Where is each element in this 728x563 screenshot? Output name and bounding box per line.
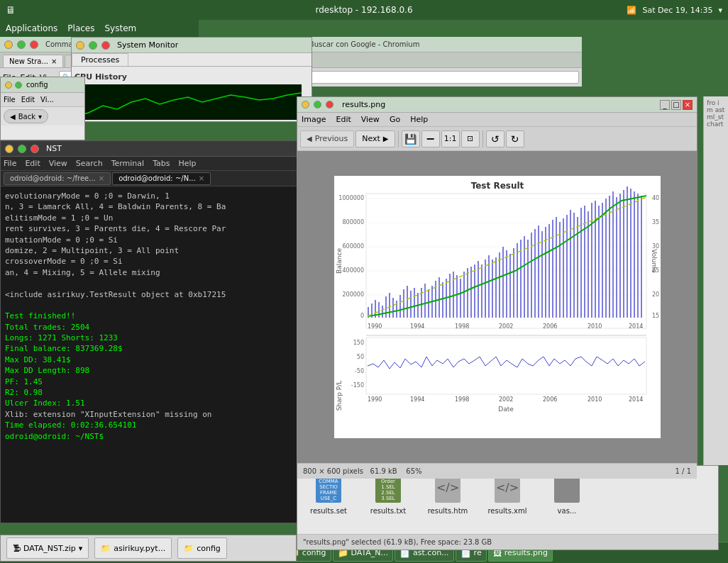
browser-close-btn[interactable] — [30, 40, 38, 49]
svg-text:</>: </> — [436, 481, 459, 494]
menu-applications[interactable]: Applications — [6, 23, 57, 33]
svg-rect-139 — [554, 474, 580, 503]
iv-rotate-left-icon: ↺ — [491, 133, 500, 145]
svg-rect-90 — [609, 196, 610, 318]
svg-rect-87 — [598, 206, 600, 318]
terminal-minimize-btn[interactable] — [5, 145, 13, 153]
terminal-tab-1-close-icon[interactable]: × — [99, 174, 104, 182]
svg-rect-46 — [453, 272, 454, 318]
back-button[interactable]: ◀ Back ▾ — [4, 109, 48, 123]
terminal-menu-tabs[interactable]: Tabs — [153, 159, 170, 168]
terminal-close-btn[interactable] — [31, 145, 39, 153]
svg-rect-38 — [424, 284, 426, 318]
svg-rect-66 — [524, 236, 525, 318]
iv-zoom-out-btn[interactable]: − — [421, 130, 440, 147]
svg-rect-94 — [623, 190, 624, 318]
config-menu-edit[interactable]: Edit — [21, 96, 35, 104]
sysmon-window: System Monitor Processes CPU History — [71, 37, 312, 122]
svg-text:600000: 600000 — [342, 243, 364, 250]
file-label-results-txt: results.txt — [370, 507, 406, 515]
terminal-tab-2-close-icon[interactable]: × — [199, 174, 204, 182]
bottom-bar-config[interactable]: 📁 config — [177, 537, 227, 559]
iv-prev-label: Previous — [315, 134, 348, 143]
svg-rect-88 — [602, 203, 603, 318]
terminal-menu-edit[interactable]: Edit — [25, 159, 40, 168]
svg-text:COMMA: COMMA — [319, 479, 338, 484]
iv-rotate-right-btn[interactable]: ↻ — [506, 130, 524, 147]
svg-text:2010: 2010 — [588, 396, 602, 403]
iv-zoom-fit-page-icon: ⊡ — [467, 134, 473, 143]
iv-menu-view[interactable]: View — [361, 115, 380, 124]
iv-win-max-btn[interactable]: □ — [671, 100, 681, 110]
minimize-all-btn[interactable]: ▾ — [718, 6, 722, 15]
top-bar-right: 📶 Sat Dec 19, 14:35 ▾ — [627, 6, 722, 15]
iv-zoom-fit-icon: 1:1 — [444, 134, 457, 143]
config-minimize-btn[interactable] — [5, 82, 12, 89]
terminal-menu-view[interactable]: View — [49, 159, 67, 168]
svg-rect-58 — [495, 257, 497, 318]
svg-rect-25 — [378, 302, 380, 318]
terminal-menu-terminal[interactable]: Terminal — [111, 159, 145, 168]
iv-win-min-btn[interactable]: _ — [660, 100, 670, 110]
sysmon-minimize-btn[interactable] — [76, 41, 84, 50]
svg-text:15: 15 — [652, 313, 659, 319]
iv-prev-btn[interactable]: ◀ Previous — [300, 130, 354, 147]
svg-rect-52 — [474, 264, 475, 318]
iv-menu-help[interactable]: Help — [410, 115, 428, 124]
sysmon-maximize-btn[interactable] — [89, 41, 97, 50]
iv-rotate-right-icon: ↻ — [511, 133, 519, 145]
iv-rotate-left-btn[interactable]: ↺ — [486, 130, 504, 147]
bottom-bar-data-nst[interactable]: 🗜 DATA_NST.zip ▾ — [6, 537, 89, 559]
svg-rect-76 — [559, 222, 561, 318]
data-nst-dropdown-icon[interactable]: ▾ — [79, 544, 83, 553]
svg-rect-41 — [435, 281, 436, 318]
bottom-file-bar: 🗜 DATA_NST.zip ▾ 📁 asirikuy.pyt... 📁 con… — [0, 535, 297, 562]
config-menu-view[interactable]: Vi... — [40, 96, 54, 104]
terminal-menu-file[interactable]: File — [4, 159, 16, 168]
svg-rect-47 — [456, 275, 458, 318]
iv-size-info: 800 × 600 pixels 61.9 kB 65% — [303, 467, 422, 475]
iv-menu-image[interactable]: Image — [302, 115, 326, 124]
top-bar-left: 🖥 — [6, 4, 16, 16]
back-dropdown-icon[interactable]: ▾ — [38, 113, 42, 121]
iv-close-btn[interactable] — [326, 101, 333, 108]
desktop-icon: 🖥 — [6, 4, 16, 16]
browser-maximize-btn[interactable] — [17, 40, 26, 49]
svg-rect-61 — [506, 250, 507, 318]
config-maximize-btn[interactable] — [15, 82, 22, 89]
terminal-tab-1[interactable]: odroid@odroid: ~/free... × — [4, 172, 111, 185]
browser-tab-close-icon[interactable]: × — [51, 57, 57, 65]
sysmon-close-btn[interactable] — [101, 41, 110, 50]
iv-win-close-btn[interactable]: × — [683, 100, 693, 110]
svg-text:Order: Order — [381, 479, 395, 484]
terminal-maximize-btn[interactable] — [18, 145, 26, 153]
svg-rect-60 — [502, 247, 504, 318]
terminal-menu-search[interactable]: Search — [76, 159, 103, 168]
bottom-bar-asirikuy[interactable]: 📁 asirikuy.pyt... — [94, 537, 172, 559]
svg-text:2006: 2006 — [543, 323, 557, 330]
terminal-tab-2[interactable]: odroid@odroid: ~/N... × — [112, 172, 211, 185]
svg-text:</>: </> — [496, 481, 519, 494]
config-menu-file[interactable]: File — [4, 96, 16, 104]
menu-places[interactable]: Places — [67, 23, 94, 33]
svg-rect-29 — [392, 298, 394, 318]
iv-maximize-btn[interactable] — [314, 101, 321, 108]
svg-text:2.SEL: 2.SEL — [381, 490, 395, 496]
svg-rect-96 — [630, 189, 632, 318]
iv-menu-go[interactable]: Go — [390, 115, 400, 124]
terminal-menu-help[interactable]: Help — [179, 159, 197, 168]
browser-minimize-btn[interactable] — [4, 40, 13, 49]
sysmon-tab-processes[interactable]: Processes — [72, 53, 128, 66]
sysmon-cpu-history: CPU History — [72, 69, 311, 84]
iv-zoom-fit-page-btn[interactable]: ⊡ — [461, 130, 480, 147]
iv-menu-edit[interactable]: Edit — [336, 115, 351, 124]
menu-system[interactable]: System — [104, 23, 136, 33]
iv-zoom-fit-btn[interactable]: 1:1 — [441, 130, 460, 147]
iv-next-btn[interactable]: Next ▶ — [355, 130, 395, 147]
iv-minimize-btn[interactable] — [302, 101, 309, 108]
svg-rect-49 — [463, 272, 465, 318]
iv-next-label: Next — [362, 134, 380, 143]
config-toolbar: ◀ Back ▾ — [1, 107, 84, 126]
browser-tab-new-stra[interactable]: New Stra... × — [3, 55, 63, 67]
iv-save-btn[interactable]: 💾 — [402, 130, 420, 147]
